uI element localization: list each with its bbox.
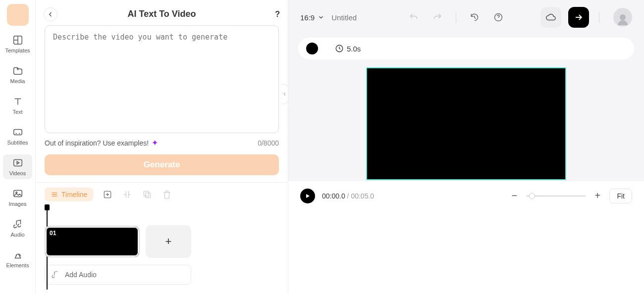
music-note-icon bbox=[51, 270, 60, 279]
playback-bar: 00:00.0 / 00:05.0 − + Fit bbox=[288, 180, 644, 211]
separator bbox=[456, 12, 456, 23]
videos-icon bbox=[12, 157, 23, 168]
scene-info-bar: 5.0s bbox=[298, 38, 634, 59]
video-canvas[interactable] bbox=[366, 67, 566, 180]
current-time: 00:00.0 bbox=[322, 192, 345, 200]
help-icon bbox=[493, 12, 503, 22]
sidebar-item-label: Subtitles bbox=[7, 140, 28, 146]
sidebar-item-label: Images bbox=[8, 201, 26, 207]
play-button[interactable] bbox=[300, 189, 315, 203]
sidebar-item-videos[interactable]: Videos bbox=[3, 154, 32, 179]
help-button[interactable]: ? bbox=[275, 10, 280, 19]
sidebar-item-media[interactable]: Media bbox=[0, 62, 35, 87]
export-button[interactable] bbox=[568, 7, 589, 28]
zoom-in-button[interactable]: + bbox=[592, 190, 602, 201]
prompt-input[interactable] bbox=[45, 25, 279, 133]
cloud-icon bbox=[545, 12, 556, 23]
user-avatar[interactable] bbox=[613, 8, 632, 27]
sidebar-item-label: Elements bbox=[6, 262, 29, 268]
right-topbar: 16:9 bbox=[288, 0, 644, 35]
inspiration-link[interactable]: Out of inspiration? Use examples! ✦ bbox=[45, 138, 158, 147]
sidebar-item-audio[interactable]: Audio bbox=[0, 216, 35, 241]
sidebar-item-subtitles[interactable]: Subtitles bbox=[0, 124, 35, 148]
sidebar-item-label: Videos bbox=[9, 170, 26, 176]
trash-icon bbox=[162, 190, 172, 199]
chevron-left-icon bbox=[47, 11, 54, 18]
timecode: 00:00.0 / 00:05.0 bbox=[322, 192, 374, 200]
sidebar-item-templates[interactable]: Templates bbox=[0, 32, 35, 56]
playhead[interactable] bbox=[45, 204, 50, 210]
canvas-area bbox=[288, 59, 644, 180]
scene-color-swatch[interactable] bbox=[306, 43, 318, 54]
cloud-save-button[interactable] bbox=[540, 7, 561, 28]
duplicate-icon bbox=[142, 190, 152, 199]
timeline-label: Timeline bbox=[61, 191, 87, 198]
timeline-toggle[interactable]: Timeline bbox=[45, 188, 93, 201]
app-logo bbox=[7, 4, 29, 26]
clips-row: 01 + bbox=[45, 225, 279, 258]
delete-button[interactable] bbox=[161, 189, 172, 200]
chevron-left-icon bbox=[282, 92, 287, 97]
left-panel-body: Out of inspiration? Use examples! ✦ 0/80… bbox=[36, 25, 288, 175]
timeline-track-area: 01 + Add Audio bbox=[36, 206, 288, 285]
sidebar-item-elements[interactable]: Elements bbox=[0, 246, 35, 271]
svg-rect-3 bbox=[13, 191, 22, 197]
add-clip-button[interactable]: + bbox=[146, 225, 191, 258]
chevron-down-icon bbox=[318, 14, 324, 21]
undo-icon bbox=[409, 12, 419, 22]
subtitles-icon bbox=[12, 127, 23, 138]
plus-box-icon bbox=[103, 190, 112, 199]
history-button[interactable] bbox=[466, 9, 483, 26]
clip-thumbnail[interactable]: 01 bbox=[45, 226, 140, 257]
sidebar-item-label: Media bbox=[10, 78, 25, 84]
separator bbox=[599, 12, 599, 23]
media-icon bbox=[12, 65, 23, 76]
collapse-panel-button[interactable] bbox=[281, 84, 288, 104]
app-sidebar: Templates Media Text Subtitles Videos Im… bbox=[0, 0, 36, 294]
text-icon bbox=[12, 96, 23, 107]
add-audio-button[interactable]: Add Audio bbox=[45, 265, 191, 285]
templates-icon bbox=[12, 35, 23, 46]
right-panel: 16:9 5.0s bbox=[288, 0, 644, 294]
right-blank-area bbox=[288, 211, 644, 294]
zoom-controls: − + bbox=[509, 190, 602, 201]
sidebar-item-label: Audio bbox=[10, 232, 24, 238]
timeline-toolbar: Timeline bbox=[36, 183, 288, 206]
left-panel: AI Text To Video ? Out of inspiration? U… bbox=[36, 0, 288, 294]
play-icon bbox=[305, 193, 311, 199]
add-scene-button[interactable] bbox=[102, 189, 113, 200]
svg-rect-2 bbox=[13, 160, 22, 166]
clock-icon bbox=[335, 44, 344, 53]
zoom-thumb[interactable] bbox=[529, 193, 535, 199]
fit-button[interactable]: Fit bbox=[609, 189, 632, 203]
redo-icon bbox=[432, 12, 442, 22]
aspect-ratio-dropdown[interactable]: 16:9 bbox=[300, 13, 324, 22]
split-icon bbox=[122, 190, 132, 199]
redo-button[interactable] bbox=[429, 9, 446, 26]
total-time: 00:05.0 bbox=[351, 192, 374, 200]
elements-icon bbox=[12, 249, 23, 260]
scene-duration[interactable]: 5.0s bbox=[335, 44, 361, 53]
aspect-ratio-value: 16:9 bbox=[300, 13, 315, 22]
prompt-below-row: Out of inspiration? Use examples! ✦ 0/80… bbox=[45, 138, 279, 147]
sidebar-item-text[interactable]: Text bbox=[0, 93, 35, 118]
zoom-out-button[interactable]: − bbox=[509, 190, 519, 201]
back-button[interactable] bbox=[44, 7, 57, 21]
timeline-section: Timeline 01 + bbox=[36, 182, 288, 285]
panel-title: AI Text To Video bbox=[127, 9, 196, 19]
timeline-icon bbox=[51, 191, 58, 198]
svg-rect-6 bbox=[146, 193, 151, 198]
sidebar-item-images[interactable]: Images bbox=[0, 185, 35, 210]
sparkle-icon: ✦ bbox=[152, 138, 158, 147]
undo-button[interactable] bbox=[405, 9, 422, 26]
help-button-top[interactable] bbox=[490, 9, 507, 26]
clip-number: 01 bbox=[50, 230, 56, 237]
generate-button[interactable]: Generate bbox=[45, 154, 279, 175]
duplicate-button[interactable] bbox=[142, 189, 153, 200]
inspiration-text: Out of inspiration? Use examples! bbox=[45, 139, 149, 147]
project-title-input[interactable] bbox=[331, 13, 391, 22]
zoom-slider[interactable] bbox=[526, 196, 586, 196]
images-icon bbox=[12, 188, 23, 199]
split-button[interactable] bbox=[122, 189, 133, 200]
left-panel-header: AI Text To Video ? bbox=[36, 0, 288, 25]
